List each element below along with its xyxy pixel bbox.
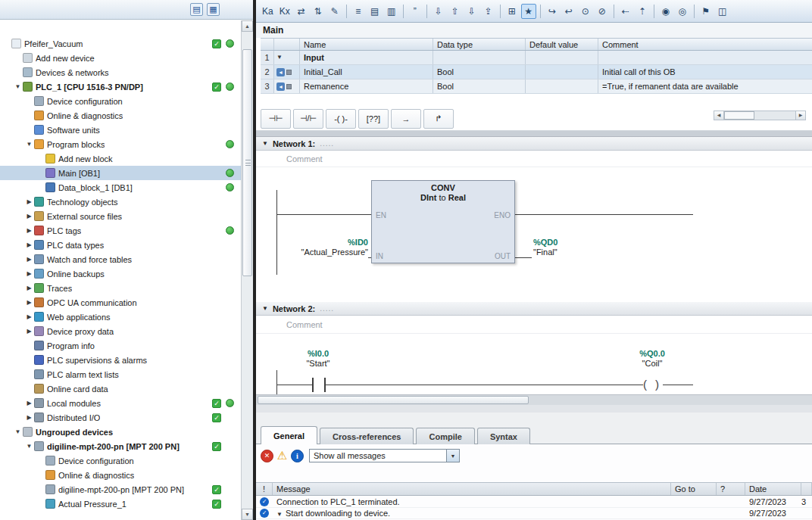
scroll-right-icon[interactable]: ▶ xyxy=(795,111,805,120)
compare-view-icon[interactable]: ◫ xyxy=(715,4,730,19)
collapsed-arrow-icon[interactable]: ▶ xyxy=(25,285,33,291)
insert-nc-contact-button[interactable]: ⊣/⊢ xyxy=(293,109,323,129)
block-consist-icon[interactable]: ⚑ xyxy=(698,4,714,19)
tree-scrollbar-thumb[interactable] xyxy=(242,49,252,276)
collapse-network-icon[interactable]: ▼ xyxy=(262,305,268,312)
scroll-up-icon[interactable]: ▲ xyxy=(242,20,253,32)
tree-item-opc-ua-communication[interactable]: ▶OPC UA communication xyxy=(0,295,241,310)
warnings-filter-icon[interactable]: ⚠ xyxy=(276,450,289,462)
network-1-canvas[interactable]: CONV DInt to Real EN ENO IN OUT %ID0 "Ac… xyxy=(256,167,812,302)
copy-start-values-icon[interactable]: ⇪ xyxy=(481,4,496,19)
collapsed-arrow-icon[interactable]: ▶ xyxy=(25,241,33,248)
header-datatype[interactable]: Data type xyxy=(433,39,526,50)
tree-item-pfeifer-vacuum[interactable]: Pfeifer_Vacuum✓ xyxy=(0,36,241,51)
monitoring-onoff-icon[interactable]: ◉ xyxy=(658,4,673,19)
message-expander-icon[interactable]: ▼ xyxy=(276,511,283,518)
dropdown-arrow-icon[interactable]: ▼ xyxy=(446,450,459,462)
tree-item-add-new-block[interactable]: Add new block xyxy=(0,151,241,166)
message-row[interactable]: ✓Connection to PLC_1 terminated.9/27/202… xyxy=(256,497,812,508)
tree-item-online-diagnostics[interactable]: Online & diagnostics xyxy=(0,468,241,482)
tree-item-main-ob1[interactable]: Main [OB1] xyxy=(0,166,241,180)
tab-compile[interactable]: Compile xyxy=(416,428,474,444)
table-h-scrollbar[interactable]: ◀ ▶ xyxy=(714,111,806,120)
collapsed-arrow-icon[interactable]: ▶ xyxy=(25,400,33,406)
to-type-dropdown[interactable]: Real xyxy=(448,193,466,202)
tree-item-plc-alarm-text-lists[interactable]: PLC alarm text lists xyxy=(0,367,241,381)
collapsed-arrow-icon[interactable]: ▶ xyxy=(25,299,33,306)
errors-filter-icon[interactable]: ✕ xyxy=(261,450,273,462)
tree-item-digiline-mpt-200-pn-mpt-200-pn[interactable]: ▼digiline-mpt-200-pn [MPT 200 PN]✓ xyxy=(0,439,241,453)
collapse-network-icon[interactable]: ▼ xyxy=(262,140,268,147)
network-2-header[interactable]: ▼ Network 2: ..... xyxy=(256,302,812,316)
tree-item-plc-supervisions-alarms[interactable]: PLC supervisions & alarms xyxy=(0,353,241,367)
header-help[interactable]: ? xyxy=(717,483,745,495)
clear-call-path-icon[interactable]: ⊘ xyxy=(595,4,610,19)
tree-item-data-block-1-db1[interactable]: Data_block_1 [DB1] xyxy=(0,180,241,195)
close-call-environment-icon[interactable]: ↩ xyxy=(561,4,576,19)
interface-row[interactable]: 3◂RemanenceBool=True, if remanent data a… xyxy=(261,79,812,94)
tree-item-program-blocks[interactable]: ▼Program blocks xyxy=(0,137,241,151)
collapsed-arrow-icon[interactable]: ▶ xyxy=(25,256,33,263)
header-message[interactable]: Message xyxy=(273,483,671,495)
freeform-comments-icon[interactable]: ⇄ xyxy=(294,4,309,19)
close-all-networks-icon[interactable]: ▥ xyxy=(384,4,399,19)
tree-item-software-units[interactable]: Software units xyxy=(0,123,241,137)
collapsed-arrow-icon[interactable]: ▶ xyxy=(25,213,33,220)
header-default-value[interactable]: Default value xyxy=(526,39,598,50)
insert-network-icon[interactable]: ⊞ xyxy=(504,4,520,19)
section-expander-icon[interactable]: ▼ xyxy=(276,51,283,64)
tree-item-ungrouped-devices[interactable]: ▼Ungrouped devices xyxy=(0,425,241,439)
tree-item-watch-and-force-tables[interactable]: ▶Watch and force tables xyxy=(0,252,241,266)
message-filter-dropdown[interactable]: Show all messages ▼ xyxy=(309,449,460,462)
tree-item-online-backups[interactable]: ▶Online backups xyxy=(0,266,241,281)
network-2-canvas[interactable]: ( ) %I0.0 "Start" %Q0.0 "Coil" xyxy=(256,334,812,394)
expanded-arrow-icon[interactable]: ▼ xyxy=(25,443,33,450)
tree-item-device-proxy-data[interactable]: ▶Device proxy data xyxy=(0,324,241,338)
tree-item-devices-networks[interactable]: Devices & networks xyxy=(0,65,241,79)
insert-close-branch-button[interactable]: ↱ xyxy=(423,109,454,129)
tree-item-plc-1-cpu-1516-3-pn-dp[interactable]: ▼PLC_1 [CPU 1516-3 PN/DP]✓ xyxy=(0,79,241,94)
collapsed-arrow-icon[interactable]: ▶ xyxy=(25,414,33,421)
collapsed-arrow-icon[interactable]: ▶ xyxy=(25,198,33,205)
collapsed-arrow-icon[interactable]: ▶ xyxy=(25,328,33,335)
message-row[interactable]: ✓▼Start downloading to device.9/27/2023 xyxy=(256,508,812,519)
tree-item-web-applications[interactable]: ▶Web applications xyxy=(0,310,241,324)
network-comments-icon[interactable]: ” xyxy=(408,4,423,19)
tree-item-program-info[interactable]: Program info xyxy=(0,338,241,353)
scroll-left-icon[interactable]: ◀ xyxy=(714,111,724,120)
tree-item-distributed-i-o[interactable]: ▶Distributed I/O✓ xyxy=(0,410,241,425)
tree-item-traces[interactable]: ▶Traces xyxy=(0,281,241,295)
expanded-arrow-icon[interactable]: ▼ xyxy=(14,428,22,435)
load-snapshots-icon[interactable]: ⇩ xyxy=(431,4,446,19)
symbolic-operands-icon[interactable]: Kx xyxy=(277,4,292,19)
tree-item-add-new-device[interactable]: Add new device xyxy=(0,51,241,65)
editor-h-scrollbar[interactable] xyxy=(256,394,812,405)
collapsed-arrow-icon[interactable]: ▶ xyxy=(25,270,33,277)
monitoring-pause-icon[interactable]: ◎ xyxy=(675,4,690,19)
tree-item-external-source-files[interactable]: ▶External source files xyxy=(0,209,241,223)
rewire-icon[interactable]: ✎ xyxy=(327,4,342,19)
tree-item-plc-tags[interactable]: ▶PLC tags xyxy=(0,223,241,238)
tree-item-plc-data-types[interactable]: ▶PLC data types xyxy=(0,238,241,252)
expanded-arrow-icon[interactable]: ▼ xyxy=(25,141,33,148)
tab-general[interactable]: General xyxy=(261,426,317,444)
tree-scrollbar[interactable]: ▲ ▼ xyxy=(241,20,253,520)
expanded-arrow-icon[interactable]: ▼ xyxy=(14,83,22,90)
overview-view-icon[interactable]: ▦ xyxy=(207,3,220,16)
tree-item-technology-objects[interactable]: ▶Technology objects xyxy=(0,195,241,209)
collapsed-arrow-icon[interactable]: ▶ xyxy=(25,313,33,320)
tree-item-device-configuration[interactable]: Device configuration xyxy=(0,94,241,108)
table-scrollbar-thumb[interactable] xyxy=(724,111,754,120)
conv-instruction-box[interactable]: CONV DInt to Real EN ENO IN OUT xyxy=(371,180,515,263)
coil-operand[interactable]: %Q0.0 "Coil" xyxy=(611,349,694,369)
previous-jump-icon[interactable]: ⇠ xyxy=(618,4,633,19)
interface-row[interactable]: 2◂Initial_CallBoolInitial call of this O… xyxy=(261,65,812,79)
header-name[interactable]: Name xyxy=(300,39,433,50)
tree-item-digiline-mpt-200-pn-mpt-200-pn[interactable]: digiline-mpt-200-pn [MPT 200 PN]✓ xyxy=(0,482,241,497)
info-filter-icon[interactable]: i xyxy=(291,450,304,462)
editor-scrollbar-thumb[interactable] xyxy=(258,396,529,404)
network-2-comment[interactable]: Comment xyxy=(256,316,812,334)
tree-item-online-diagnostics[interactable]: Online & diagnostics xyxy=(0,108,241,123)
next-jump-icon[interactable]: ⇡ xyxy=(635,4,650,19)
insert-empty-box-button[interactable]: [??] xyxy=(358,109,389,129)
